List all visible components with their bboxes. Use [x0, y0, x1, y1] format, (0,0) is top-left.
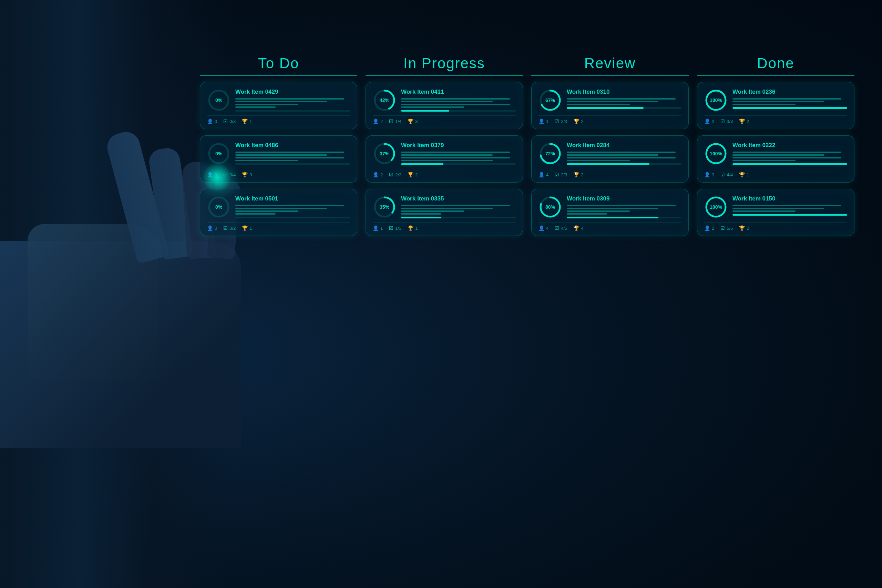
card-line-c0411-2 [401, 104, 510, 105]
footer-item-c0501-0: 👤0 [207, 225, 217, 231]
footer-value-c0222-2: 1 [747, 172, 749, 177]
column-todo: To Do 0%Work Item 0429👤0☑0/3🏆1 0%Work It… [200, 55, 357, 236]
footer-item-c0335-1: ☑1/3 [389, 225, 401, 231]
footer-item-c0429-1: ☑0/3 [223, 118, 236, 124]
cards-container-done: 100%Work Item 0236👤2☑3/3🏆2 100%Work Item… [697, 82, 854, 236]
footer-value-c0310-0: 1 [546, 119, 549, 124]
card-line-c0310-1 [567, 101, 658, 102]
progress-bar-c0309 [567, 217, 681, 218]
card-line-c0222-3 [732, 160, 795, 161]
footer-icon-c0150-0: 👤 [704, 225, 710, 231]
footer-value-c0309-2: 4 [581, 226, 583, 231]
footer-value-c0379-0: 2 [380, 172, 383, 177]
footer-item-c0310-1: ☑2/3 [555, 118, 567, 124]
progress-bar-fill-c0284 [567, 163, 650, 165]
card-line-c0222-1 [732, 154, 824, 156]
footer-item-c0309-1: ☑4/5 [555, 225, 567, 231]
footer-icon-c0236-2: 🏆 [739, 118, 745, 124]
progress-bar-c0335 [401, 217, 516, 218]
card-lines-c0429 [236, 98, 350, 108]
progress-circle-c0335: 35% [373, 195, 396, 219]
card-footer-c0335: 👤1☑1/3🏆1 [373, 222, 516, 231]
footer-item-c0501-1: ☑0/2 [223, 225, 236, 231]
footer-item-c0222-0: 👤3 [704, 172, 714, 177]
footer-icon-c0335-2: 🏆 [408, 225, 413, 231]
card-top-c0309: 80%Work Item 0309 [538, 195, 681, 219]
footer-icon-c0222-1: ☑ [720, 172, 725, 177]
card-content-c0222: Work Item 0222 [732, 142, 847, 165]
card-c0309[interactable]: 80%Work Item 0309👤4☑4/5🏆4 [531, 189, 689, 236]
footer-icon-c0501-2: 🏆 [242, 225, 248, 231]
column-header-inprogress: In Progress [366, 55, 523, 76]
card-line-c0429-3 [236, 106, 276, 108]
card-line-c0150-0 [732, 205, 842, 206]
card-title-c0379: Work Item 0379 [401, 142, 516, 149]
card-c0310[interactable]: 67%Work Item 0310👤1☑2/3🏆2 [531, 82, 689, 129]
card-line-c0335-3 [401, 213, 441, 214]
card-footer-c0236: 👤2☑3/3🏆2 [704, 116, 847, 124]
progress-label-c0222: 100% [704, 142, 728, 165]
card-c0284[interactable]: 72%Work Item 0284👤4☑2/3🏆2 [531, 135, 689, 183]
card-content-c0150: Work Item 0150 [732, 195, 847, 216]
footer-item-c0379-2: 🏆2 [408, 172, 418, 177]
footer-item-c0284-1: ☑2/3 [555, 172, 567, 177]
footer-item-c0150-1: ☑5/5 [720, 225, 733, 231]
progress-circle-c0236: 100% [704, 88, 728, 112]
footer-icon-c0236-0: 👤 [704, 118, 710, 124]
card-c0150[interactable]: 100%Work Item 0150👤2☑5/5🏆2 [697, 189, 854, 236]
card-line-c0309-1 [567, 208, 658, 209]
card-lines-c0501 [236, 205, 350, 214]
footer-value-c0411-1: 1/4 [395, 119, 401, 124]
card-content-c0501: Work Item 0501 [236, 195, 350, 218]
card-footer-c0379: 👤2☑2/3🏆2 [373, 169, 516, 177]
footer-value-c0501-2: 1 [249, 226, 252, 231]
card-footer-c0501: 👤0☑0/2🏆1 [207, 222, 350, 231]
card-c0429[interactable]: 0%Work Item 0429👤0☑0/3🏆1 [200, 82, 357, 129]
footer-value-c0411-0: 2 [380, 119, 383, 124]
card-lines-c0310 [567, 98, 681, 105]
card-line-c0236-0 [732, 98, 842, 99]
footer-icon-c0222-0: 👤 [704, 172, 710, 177]
card-title-c0310: Work Item 0310 [567, 88, 681, 95]
card-top-c0222: 100%Work Item 0222 [704, 142, 847, 165]
footer-value-c0150-1: 5/5 [727, 226, 733, 231]
card-c0222[interactable]: 100%Work Item 0222👤3☑4/4🏆1 [697, 135, 854, 183]
card-content-c0429: Work Item 0429 [236, 88, 350, 112]
footer-item-c0429-2: 🏆1 [242, 118, 252, 124]
card-line-c0309-3 [567, 213, 607, 214]
card-title-c0150: Work Item 0150 [732, 195, 847, 202]
card-line-c0222-0 [732, 152, 842, 153]
card-line-c0486-2 [236, 157, 344, 159]
card-top-c0429: 0%Work Item 0429 [207, 88, 350, 112]
footer-item-c0411-0: 👤2 [373, 118, 383, 124]
footer-item-c0284-0: 👤4 [538, 172, 549, 177]
card-line-c0222-2 [732, 157, 842, 159]
footer-value-c0284-0: 4 [546, 172, 549, 177]
footer-value-c0335-1: 1/3 [395, 226, 401, 231]
card-line-c0429-0 [236, 98, 344, 99]
card-title-c0222: Work Item 0222 [732, 142, 847, 149]
card-lines-c0335 [401, 205, 516, 214]
progress-bar-fill-c0222 [732, 163, 847, 165]
card-line-c0236-2 [732, 104, 795, 105]
card-c0411[interactable]: 42%Work Item 0411👤2☑1/4🏆3 [366, 82, 523, 129]
column-header-todo: To Do [200, 55, 357, 76]
footer-value-c0429-1: 0/3 [230, 119, 236, 124]
footer-item-c0379-0: 👤2 [373, 172, 383, 177]
card-lines-c0150 [732, 205, 847, 212]
footer-item-c0411-1: ☑1/4 [389, 118, 401, 124]
card-line-c0486-1 [236, 154, 327, 156]
column-header-done: Done [697, 55, 854, 76]
footer-value-c0379-1: 2/3 [395, 172, 401, 177]
card-line-c0429-1 [236, 101, 327, 102]
card-line-c0379-1 [401, 154, 493, 156]
progress-bar-fill-c0335 [401, 217, 441, 218]
card-line-c0429-2 [236, 104, 298, 105]
progress-circle-c0284: 72% [538, 142, 562, 165]
card-line-c0284-1 [567, 154, 658, 156]
card-c0335[interactable]: 35%Work Item 0335👤1☑1/3🏆1 [366, 189, 523, 236]
card-c0236[interactable]: 100%Work Item 0236👤2☑3/3🏆2 [697, 82, 854, 129]
card-c0379[interactable]: 37%Work Item 0379👤2☑2/3🏆2 [366, 135, 523, 183]
footer-value-c0222-1: 4/4 [727, 172, 733, 177]
progress-bar-c0486 [236, 163, 350, 165]
